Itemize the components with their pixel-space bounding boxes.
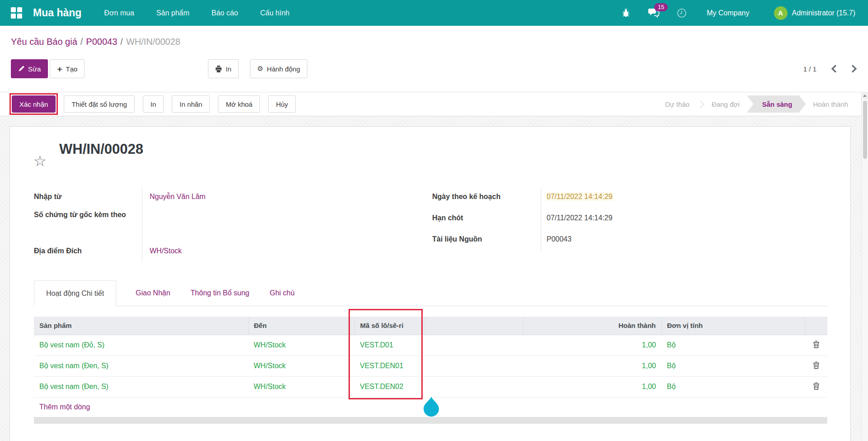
cell-product[interactable]: Bộ vest nam (Đen, S)	[34, 356, 248, 376]
field-label-source-document-attached: Số chứng từ gốc kèm theo	[34, 206, 142, 242]
message-count-badge: 15	[654, 3, 668, 11]
tab-detailed-operations[interactable]: Hoạt động Chi tiết	[34, 280, 116, 306]
table-row[interactable]: Bộ vest nam (Đen, S) WH/Stock VEST.DEN02…	[34, 376, 827, 397]
field-value-receive-from[interactable]: Nguyễn Văn Lâm	[142, 188, 305, 206]
cell-uom[interactable]: Bộ	[661, 335, 805, 356]
step-waiting[interactable]: Đang đợi	[704, 95, 747, 113]
breadcrumb-link-rfq[interactable]: Yêu cầu Báo giá	[11, 37, 77, 47]
scrollbar-up-arrow[interactable]	[862, 92, 868, 99]
field-group-right: Ngày theo kế hoạch 07/11/2022 14:14:29 H…	[432, 188, 712, 251]
field-label-scheduled-date: Ngày theo kế hoạch	[432, 188, 541, 209]
user-avatar: A	[774, 6, 788, 20]
col-header-done[interactable]: Hoàn thành	[523, 317, 661, 335]
print-labels-button[interactable]: In nhãn	[172, 95, 210, 113]
cell-to[interactable]: WH/Stock	[248, 356, 354, 376]
cell-lot[interactable]: VEST.DEN02	[354, 376, 425, 397]
form-sheet: ☆ WH/IN/00028 Nhập từ Nguyễn Văn Lâm Số …	[9, 126, 851, 441]
app-title[interactable]: Mua hàng	[33, 7, 81, 19]
tab-additional-info[interactable]: Thông tin Bổ sung	[190, 280, 250, 306]
cell-uom[interactable]: Bộ	[661, 356, 805, 376]
add-line-row: Thêm một dòng	[34, 397, 827, 417]
favorite-star-icon[interactable]: ☆	[33, 154, 47, 168]
notebook-tabs: Hoạt động Chi tiết Giao Nhận Thông tin B…	[34, 280, 827, 306]
cell-done[interactable]: 1,00	[523, 356, 661, 376]
cell-product[interactable]: Bộ vest nam (Đen, S)	[34, 376, 248, 397]
pager-previous-icon[interactable]	[831, 64, 837, 73]
menu-don-mua[interactable]: Đơn mua	[104, 9, 134, 17]
messages-chat-icon[interactable]: 15	[648, 8, 660, 18]
cell-lot[interactable]: VEST.DEN01	[354, 356, 425, 376]
pencil-icon	[18, 66, 24, 72]
breadcrumb-current: WH/IN/00028	[126, 37, 180, 47]
statusbar: Xác nhận Thiết đặt số lượng In In nhãn M…	[0, 92, 868, 116]
unlock-button[interactable]: Mở khoá	[218, 95, 260, 113]
apps-menu-icon[interactable]	[11, 7, 22, 19]
breadcrumb-separator: /	[117, 37, 126, 47]
pager-value: 1 / 1	[803, 65, 816, 73]
company-switcher[interactable]: My Company	[707, 9, 749, 17]
col-header-product[interactable]: Sản phẩm	[34, 317, 248, 335]
delete-row-trash-icon[interactable]	[813, 382, 820, 390]
breadcrumb-separator: /	[77, 37, 86, 47]
pager-next-icon[interactable]	[851, 64, 857, 73]
field-value-source-document-attached[interactable]	[142, 206, 305, 242]
toolbar: Sửa + Tạo In ⚙ Hành động 1 / 1	[11, 59, 857, 78]
step-chevron-icon	[697, 100, 704, 108]
user-menu[interactable]: A Administrator (15.7)	[774, 6, 856, 20]
scrollbar-thumb[interactable]	[863, 101, 867, 159]
menu-cau-hinh[interactable]: Cấu hình	[260, 9, 290, 17]
operations-table: Sản phẩm Đến Mã số lô/sê-ri Hoàn thành Đ…	[34, 317, 827, 417]
cell-uom[interactable]: Bộ	[661, 376, 805, 397]
field-value-scheduled-date: 07/11/2022 14:14:29	[541, 188, 712, 209]
table-row[interactable]: Bộ vest nam (Đen, S) WH/Stock VEST.DEN01…	[34, 356, 827, 376]
tab-notes[interactable]: Ghi chú	[269, 280, 295, 306]
add-line-link[interactable]: Thêm một dòng	[34, 397, 827, 417]
main-menu: Đơn mua Sản phẩm Báo cáo Cấu hình	[104, 9, 289, 17]
tab-delivery[interactable]: Giao Nhận	[135, 280, 171, 306]
plus-icon: +	[57, 65, 62, 73]
col-header-empty	[425, 317, 523, 335]
action-button[interactable]: ⚙ Hành động	[250, 59, 307, 78]
delete-row-trash-icon[interactable]	[813, 341, 820, 348]
col-header-actions	[805, 317, 827, 335]
cell-to[interactable]: WH/Stock	[248, 335, 354, 356]
annotation-box-confirm: Xác nhận	[9, 93, 58, 115]
cancel-button[interactable]: Hủy	[268, 95, 296, 113]
confirm-button[interactable]: Xác nhận	[12, 95, 56, 113]
print-picking-button[interactable]: In	[143, 95, 164, 113]
field-label-destination-location: Địa điểm Đích	[34, 242, 142, 262]
col-header-to[interactable]: Đến	[248, 317, 354, 335]
set-quantities-button[interactable]: Thiết đặt số lượng	[64, 95, 134, 113]
table-header-row: Sản phẩm Đến Mã số lô/sê-ri Hoàn thành Đ…	[34, 317, 827, 335]
col-header-lot-serial[interactable]: Mã số lô/sê-ri	[354, 317, 425, 335]
field-value-destination-location[interactable]: WH/Stock	[142, 242, 305, 262]
user-name: Administrator (15.7)	[792, 9, 856, 17]
top-navbar: Mua hàng Đơn mua Sản phẩm Báo cáo Cấu hì…	[0, 0, 868, 26]
breadcrumb: Yêu cầu Báo giá/P00043/WH/IN/00028	[11, 36, 857, 47]
create-button[interactable]: + Tạo	[50, 59, 85, 78]
page-title: WH/IN/00028	[59, 141, 143, 157]
print-button[interactable]: In	[208, 59, 239, 78]
cell-lot[interactable]: VEST.D01	[354, 335, 425, 356]
cell-to[interactable]: WH/Stock	[248, 376, 354, 397]
field-label-deadline: Hạn chót	[432, 209, 541, 230]
step-ready[interactable]: Sẵn sàng	[747, 95, 806, 113]
breadcrumb-link-order[interactable]: P00043	[86, 37, 117, 47]
step-draft[interactable]: Dự thảo	[658, 95, 697, 113]
horizontal-scrollbar[interactable]	[34, 417, 827, 424]
field-value-deadline: 07/11/2022 14:14:29	[541, 209, 712, 230]
debug-bug-icon[interactable]	[621, 8, 631, 18]
activities-clock-icon[interactable]	[677, 8, 687, 18]
menu-san-pham[interactable]: Sản phẩm	[156, 9, 189, 17]
field-label-source-document: Tài liệu Nguồn	[432, 230, 541, 251]
menu-bao-cao[interactable]: Báo cáo	[212, 9, 238, 17]
col-header-uom[interactable]: Đơn vị tính	[661, 317, 805, 335]
table-row[interactable]: Bộ vest nam (Đỏ, S) WH/Stock VEST.D01 1,…	[34, 335, 827, 356]
delete-row-trash-icon[interactable]	[813, 361, 820, 369]
cell-product[interactable]: Bộ vest nam (Đỏ, S)	[34, 335, 248, 356]
cell-done[interactable]: 1,00	[523, 335, 661, 356]
cell-done[interactable]: 1,00	[523, 376, 661, 397]
step-done[interactable]: Hoàn thành	[806, 95, 855, 113]
field-group-left: Nhập từ Nguyễn Văn Lâm Số chứng từ gốc k…	[34, 188, 305, 262]
edit-button[interactable]: Sửa	[11, 59, 48, 78]
